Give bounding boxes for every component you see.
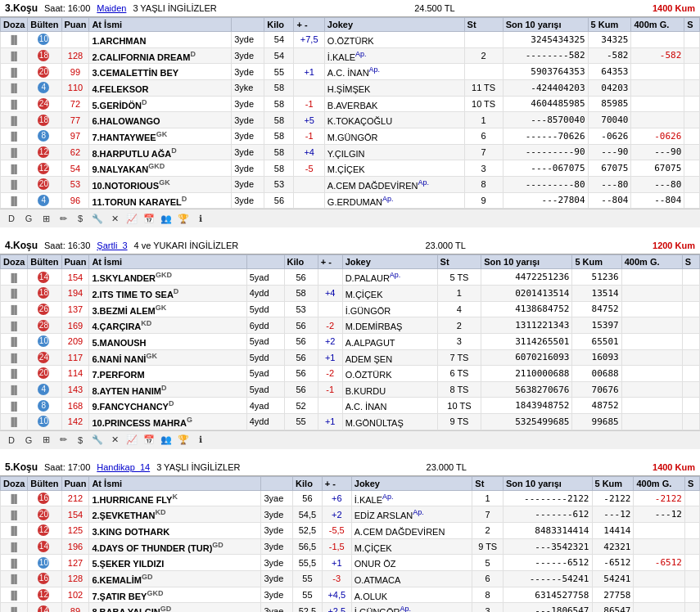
calendar-icon[interactable]: 📅 bbox=[142, 434, 156, 447]
horse-number-badge: 18 bbox=[38, 50, 49, 61]
chart-icon[interactable]: 📈 bbox=[124, 212, 139, 225]
edit-icon[interactable]: ✏ bbox=[56, 434, 70, 447]
yas-cell: 3yde bbox=[232, 176, 264, 192]
st-cell: 6 bbox=[472, 571, 504, 587]
wrench-icon[interactable]: 🔧 bbox=[90, 212, 105, 225]
son10-cell: 4472251236 bbox=[481, 269, 572, 286]
table-icon[interactable]: ⊞ bbox=[38, 212, 53, 225]
race-track-link[interactable]: Handikap_14 bbox=[97, 462, 150, 472]
horse-number-badge: 28 bbox=[38, 320, 49, 331]
jokey-cell: G.ERDUMANAp. bbox=[324, 192, 464, 209]
st-cell: 5 TS bbox=[437, 269, 481, 286]
g-icon[interactable]: G bbox=[21, 212, 36, 225]
col-header-6: + - bbox=[318, 255, 342, 269]
jokey-cell: O.ÖZTÜRK bbox=[324, 32, 464, 48]
col-header-6: + - bbox=[294, 18, 324, 32]
g-icon[interactable]: G bbox=[21, 434, 36, 447]
jokey-cell: H.ŞİMŞEK bbox=[324, 79, 464, 96]
col-header-9: Son 10 yarışı bbox=[481, 255, 572, 269]
chart-icon[interactable]: 📈 bbox=[124, 434, 139, 447]
g400-cell bbox=[621, 349, 682, 366]
skum-cell: 70040 bbox=[588, 112, 631, 128]
trophy-icon[interactable]: 🏆 bbox=[176, 434, 191, 447]
jokey-cell: EDİZ ARSLANAp. bbox=[351, 506, 472, 523]
skum-cell: 84752 bbox=[572, 301, 621, 317]
d-icon[interactable]: D bbox=[4, 212, 19, 225]
fark-cell: +2 bbox=[318, 333, 342, 349]
d-icon[interactable]: D bbox=[4, 434, 19, 447]
st-cell bbox=[464, 64, 503, 80]
race-block-race5: 5.Koşu Saat: 17:00 Handikap_14 3 YAŞLI İ… bbox=[0, 459, 700, 612]
s-cell bbox=[684, 192, 700, 209]
jokey-cell: ONUR ÖZ bbox=[351, 555, 472, 571]
fark-cell: +1 bbox=[294, 64, 324, 80]
puan-cell: 142 bbox=[61, 414, 89, 430]
dollar-icon[interactable]: $ bbox=[73, 434, 88, 447]
cross-icon[interactable]: ✕ bbox=[107, 434, 122, 447]
s-cell bbox=[682, 381, 699, 398]
fark-cell bbox=[294, 79, 324, 96]
puan-cell: 127 bbox=[61, 555, 89, 571]
dollar-icon[interactable]: $ bbox=[73, 212, 88, 225]
table-row: ▐▌141541.SKYLANDERGKD5yad56D.PALAURAp.5 … bbox=[1, 269, 700, 286]
horse-name-cell: 5.GERİDÖND bbox=[89, 96, 232, 112]
people-icon[interactable]: 👥 bbox=[159, 212, 174, 225]
info-icon[interactable]: ℹ bbox=[193, 212, 208, 225]
horse-number-badge: 10 bbox=[38, 557, 49, 569]
fark-cell bbox=[294, 192, 324, 209]
horse-table: DozaBültenPuanAt İsmiKilo+ -JokeyStSon 1… bbox=[0, 476, 700, 612]
horse-number-badge: 4 bbox=[38, 195, 49, 206]
cross-icon[interactable]: ✕ bbox=[107, 212, 122, 225]
puan-cell: 137 bbox=[61, 301, 89, 317]
horse-name-cell: 10.NOTORIOUSGK bbox=[89, 176, 232, 192]
s-cell bbox=[684, 128, 700, 144]
doza-cell: ▐▌ bbox=[1, 587, 28, 603]
col-header-12: S bbox=[684, 18, 700, 32]
horse-number-badge: 10 bbox=[38, 335, 49, 347]
g400-cell: -6512 bbox=[634, 555, 684, 571]
bulten-cell: 10 bbox=[28, 333, 61, 349]
people-icon[interactable]: 👥 bbox=[159, 434, 174, 447]
trophy-icon[interactable]: 🏆 bbox=[176, 212, 191, 225]
icon-toolbar: DG⊞✏$🔧✕📈📅👥🏆ℹ bbox=[0, 209, 700, 227]
yas-cell: 5ydd bbox=[246, 301, 284, 317]
kilo-cell: 56 bbox=[284, 349, 318, 366]
skum-cell: ---80 bbox=[588, 176, 631, 192]
bulten-cell: 4 bbox=[28, 381, 61, 398]
s-cell bbox=[682, 317, 699, 334]
col-header-1: Bülten bbox=[28, 255, 61, 269]
yas-cell: 3yde bbox=[232, 32, 264, 48]
g400-cell bbox=[621, 269, 682, 286]
son10-cell: ---------80 bbox=[503, 176, 588, 192]
horse-name-cell: 6.NANİ NANİGK bbox=[89, 349, 246, 366]
st-cell: 6 bbox=[464, 128, 503, 144]
table-icon[interactable]: ⊞ bbox=[38, 434, 53, 447]
info-icon[interactable]: ℹ bbox=[193, 434, 208, 447]
son10-cell: 5638270676 bbox=[481, 381, 572, 398]
horse-name-cell: 8.HARPUTLU AĞAD bbox=[89, 144, 232, 160]
bulten-cell: 20 bbox=[28, 64, 61, 80]
race-track-link[interactable]: Şartli_3 bbox=[97, 241, 127, 250]
son10-cell: 0201413514 bbox=[481, 285, 572, 301]
doza-cell: ▐▌ bbox=[1, 414, 28, 430]
skum-cell: 99685 bbox=[572, 414, 621, 430]
jokey-cell: M.GÖNÜLTAŞ bbox=[342, 414, 437, 430]
race-track-link[interactable]: Maiden bbox=[97, 3, 126, 13]
horse-number-badge: 14 bbox=[38, 541, 49, 552]
bulten-cell: 12 bbox=[28, 523, 61, 539]
col-header-3: At İsmi bbox=[89, 18, 232, 32]
puan-cell: 89 bbox=[61, 603, 89, 612]
skum-cell: 64353 bbox=[588, 64, 631, 80]
edit-icon[interactable]: ✏ bbox=[56, 212, 70, 225]
calendar-icon[interactable]: 📅 bbox=[142, 212, 156, 225]
g400-cell bbox=[621, 301, 682, 317]
g400-cell bbox=[621, 381, 682, 398]
wrench-icon[interactable]: 🔧 bbox=[90, 434, 105, 447]
bulten-cell: 10 bbox=[28, 32, 61, 48]
doza-cell: ▐▌ bbox=[1, 112, 28, 128]
kilo-cell: 53 bbox=[284, 301, 318, 317]
jokey-cell: A.CEM DAĞDEVİREN bbox=[351, 523, 472, 539]
st-cell: 8 bbox=[464, 176, 503, 192]
yas-cell: 5yad bbox=[246, 269, 284, 286]
doza-cell: ▐▌ bbox=[1, 333, 28, 349]
